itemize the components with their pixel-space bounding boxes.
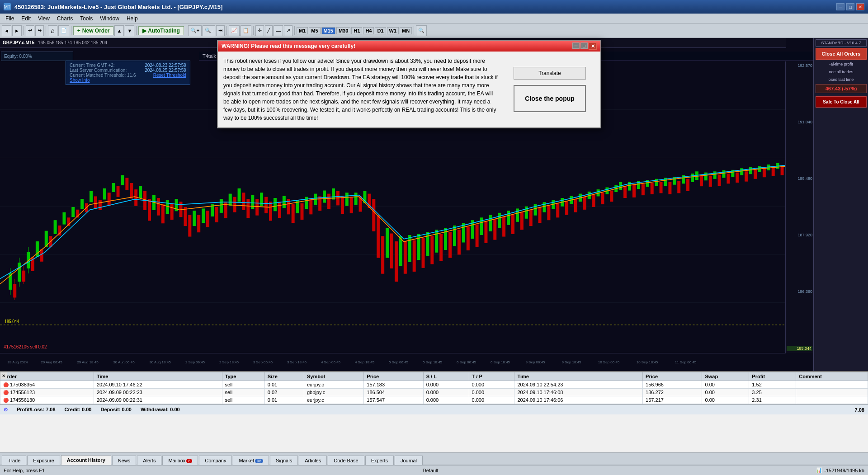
timeframe-m30[interactable]: M30 bbox=[336, 27, 350, 34]
tab-articles[interactable]: Articles bbox=[299, 456, 327, 465]
back-button[interactable]: ◄ bbox=[2, 25, 11, 36]
menu-window[interactable]: Window bbox=[96, 14, 123, 23]
chart-shift-button[interactable]: ⇥ bbox=[216, 25, 225, 36]
close-popup-button[interactable]: Close the popup bbox=[514, 85, 586, 112]
col-time-close[interactable]: Time bbox=[514, 372, 643, 381]
col-profit[interactable]: Profit bbox=[749, 372, 796, 381]
popup-maximize[interactable]: □ bbox=[580, 42, 588, 49]
tab-exposure[interactable]: Exposure bbox=[27, 456, 60, 465]
timeframe-m5[interactable]: M5 bbox=[309, 27, 320, 34]
timeframe-m15[interactable]: M15 bbox=[321, 27, 335, 34]
trade-close-button[interactable]: ✕ bbox=[0, 372, 7, 379]
close-button[interactable]: ✕ bbox=[856, 3, 864, 10]
redo-button[interactable]: ↪ bbox=[35, 25, 44, 36]
crosshair-button[interactable]: ✛ bbox=[255, 25, 264, 36]
col-swap[interactable]: Swap bbox=[702, 372, 749, 381]
col-sl[interactable]: S / L bbox=[423, 372, 469, 381]
timeframe-w1[interactable]: W1 bbox=[387, 27, 399, 34]
print-preview-button[interactable]: 📄 bbox=[58, 25, 69, 36]
time-label-9: 4 Sep 06:45 bbox=[314, 360, 348, 364]
close-all-orders-button[interactable]: Close All Orders bbox=[816, 48, 867, 60]
autotrading-button[interactable]: ▶ AutoTrading bbox=[138, 26, 184, 35]
menu-help[interactable]: Help bbox=[123, 14, 142, 23]
svg-rect-140 bbox=[592, 195, 595, 207]
col-order[interactable]: Order bbox=[0, 372, 94, 381]
tab-market[interactable]: Market98 bbox=[233, 456, 269, 465]
table-row: 🔴 174556123 2024.09.09 00:22:23 sell 0.0… bbox=[0, 389, 868, 396]
translate-button[interactable]: Translate bbox=[514, 67, 586, 80]
search-button[interactable]: 🔍 bbox=[416, 25, 427, 36]
tab-journal[interactable]: Journal bbox=[395, 456, 423, 465]
print-button[interactable]: 🖨 bbox=[48, 25, 57, 36]
price-1: 192.570 bbox=[787, 63, 812, 68]
svg-rect-144 bbox=[610, 191, 613, 201]
tab-account-history[interactable]: Account History bbox=[61, 455, 111, 465]
cell-size-3: 0.01 bbox=[264, 396, 304, 404]
menu-charts[interactable]: Charts bbox=[53, 14, 76, 23]
tab-alerts[interactable]: Alerts bbox=[137, 456, 161, 465]
line-button[interactable]: ╱ bbox=[265, 25, 273, 36]
col-price-close[interactable]: Price bbox=[643, 372, 702, 381]
svg-rect-84 bbox=[341, 197, 344, 214]
tab-experts[interactable]: Experts bbox=[365, 456, 394, 465]
minimize-button[interactable]: ─ bbox=[836, 3, 844, 10]
svg-rect-147 bbox=[624, 186, 627, 198]
tab-code-base[interactable]: Code Base bbox=[328, 456, 364, 465]
zoom-out-button[interactable]: 🔍- bbox=[203, 25, 215, 36]
equity-row: Equity: 0.00% bbox=[4, 54, 70, 59]
popup-close-button[interactable]: ✕ bbox=[589, 42, 597, 50]
col-tp[interactable]: T / P bbox=[469, 372, 514, 381]
reset-threshold[interactable]: Reset Threshold bbox=[153, 73, 186, 78]
col-time[interactable]: Time bbox=[94, 372, 222, 381]
template-button[interactable]: 📋 bbox=[241, 25, 251, 36]
profit-loss: Profit/Loss: 7.08 bbox=[17, 407, 56, 413]
cell-closetime-2: 2024.09.10 17:46:08 bbox=[514, 389, 643, 396]
zoom-in-button[interactable]: 🔍+ bbox=[188, 25, 202, 36]
menu-edit[interactable]: Edit bbox=[18, 14, 34, 23]
equity-label: Equity: 0.00% bbox=[4, 54, 32, 59]
col-comment[interactable]: Comment bbox=[796, 372, 868, 381]
timeframe-m1[interactable]: M1 bbox=[297, 27, 308, 34]
maximize-button[interactable]: □ bbox=[846, 3, 854, 10]
tab-signals[interactable]: Signals bbox=[270, 456, 298, 465]
menu-tools[interactable]: Tools bbox=[76, 14, 96, 23]
col-type[interactable]: Type bbox=[222, 372, 264, 381]
trend-button[interactable]: ↗ bbox=[284, 25, 292, 36]
cell-swap-2: 0.00 bbox=[702, 389, 749, 396]
server-label: Last Server Communication: bbox=[70, 68, 127, 73]
col-size[interactable]: Size bbox=[264, 372, 304, 381]
time-label-6: 2 Sep 18:45 bbox=[212, 360, 246, 364]
hline-button[interactable]: — bbox=[274, 25, 283, 36]
timeframe-d1[interactable]: D1 bbox=[375, 27, 386, 34]
menu-file[interactable]: File bbox=[2, 14, 18, 23]
svg-rect-112 bbox=[467, 227, 469, 250]
svg-rect-73 bbox=[292, 205, 294, 223]
tab-trade[interactable]: Trade bbox=[2, 456, 26, 465]
forward-button[interactable]: ► bbox=[12, 25, 22, 36]
undo-button[interactable]: ↩ bbox=[26, 25, 34, 36]
svg-rect-32 bbox=[108, 193, 110, 206]
time-label-17: 10 Sep 06:45 bbox=[590, 360, 628, 364]
cell-closetime-1: 2024.09.10 22:54:23 bbox=[514, 381, 643, 389]
sell-marker-text: #175162105 sell 0.02 bbox=[4, 344, 47, 349]
new-order-button[interactable]: + New Order bbox=[73, 26, 114, 35]
safe-close-all-button[interactable]: Safe To Close All bbox=[816, 96, 867, 108]
tab-news[interactable]: News bbox=[112, 456, 137, 465]
timeframe-mn[interactable]: MN bbox=[400, 27, 412, 34]
col-symbol[interactable]: Symbol bbox=[304, 372, 364, 381]
indicator-button[interactable]: 📈 bbox=[229, 25, 240, 36]
cell-size-2: 0.02 bbox=[264, 389, 304, 396]
timeframe-h4[interactable]: H4 bbox=[363, 27, 374, 34]
tab-mailbox[interactable]: Mailbox8 bbox=[162, 456, 198, 465]
menu-view[interactable]: View bbox=[34, 14, 53, 23]
buy-button[interactable]: ▲ bbox=[114, 25, 124, 36]
svg-rect-31 bbox=[103, 188, 106, 199]
svg-rect-99 bbox=[408, 235, 411, 262]
popup-minimize[interactable]: ─ bbox=[572, 42, 580, 49]
timeframe-h1[interactable]: H1 bbox=[351, 27, 362, 34]
tab-company[interactable]: Company bbox=[199, 456, 232, 465]
show-info-btn[interactable]: Show Info bbox=[70, 78, 90, 83]
sell-button[interactable]: ▼ bbox=[125, 25, 134, 36]
price-4: 187.920 bbox=[787, 233, 812, 237]
col-price-open[interactable]: Price bbox=[364, 372, 423, 381]
